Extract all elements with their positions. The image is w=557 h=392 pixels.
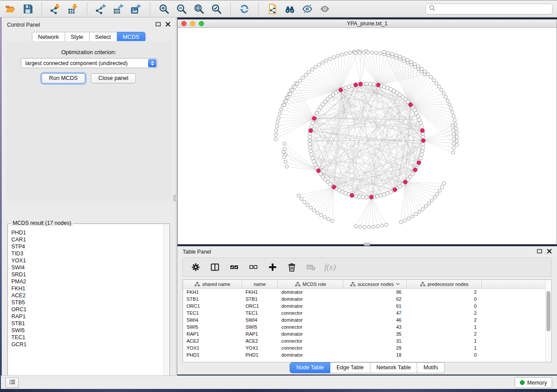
- delete-columns-icon[interactable]: [286, 261, 298, 273]
- dominator-node[interactable]: [308, 129, 312, 133]
- cell-name[interactable]: SWI4: [242, 317, 278, 323]
- task-history-button[interactable]: [5, 378, 19, 388]
- save-icon[interactable]: [22, 3, 34, 15]
- cell-predecessor-nodes[interactable]: 0: [407, 352, 482, 358]
- run-mcds-button[interactable]: Run MCDS: [42, 73, 85, 83]
- mcds-result-item[interactable]: SWI5: [8, 327, 163, 334]
- mcds-result-item[interactable]: SRD1: [8, 271, 163, 278]
- cell-shared-name[interactable]: STB1: [183, 296, 242, 302]
- cell-MCDS-role[interactable]: dominator: [278, 331, 343, 337]
- dominator-node[interactable]: [403, 180, 407, 184]
- cell-name[interactable]: STB1: [242, 296, 278, 302]
- cell-shared-name[interactable]: TEC1: [183, 310, 242, 316]
- import-network-icon[interactable]: [50, 3, 62, 15]
- export-table-icon[interactable]: [113, 3, 125, 15]
- tab-edge-table[interactable]: Edge Table: [330, 362, 370, 373]
- search-network-icon[interactable]: [284, 3, 296, 15]
- mcds-result-item[interactable]: PMA2: [8, 278, 163, 285]
- clear-table-icon[interactable]: [305, 261, 317, 273]
- table-row[interactable]: TEC1TEC1connector472: [183, 309, 545, 316]
- tab-motifs[interactable]: Motifs: [417, 362, 444, 373]
- cell-predecessor-nodes[interactable]: 2: [407, 289, 482, 295]
- cell-shared-name[interactable]: RAP1: [183, 331, 242, 337]
- network-graph[interactable]: [178, 28, 557, 244]
- mcds-result-item[interactable]: RAP1: [8, 313, 163, 320]
- tab-node-table[interactable]: Node Table: [290, 362, 330, 373]
- export-image-icon[interactable]: [130, 3, 142, 15]
- cell-shared-name[interactable]: YOX1: [183, 345, 242, 351]
- show-all-icon[interactable]: [319, 3, 331, 15]
- cell-predecessor-nodes[interactable]: 1: [407, 324, 482, 330]
- dominator-node[interactable]: [354, 83, 358, 87]
- cell-MCDS-role[interactable]: dominator: [278, 289, 343, 295]
- refresh-icon[interactable]: [239, 3, 250, 15]
- mcds-result-item[interactable]: STP4: [8, 243, 163, 250]
- column-header-shared-name[interactable]: shared name: [183, 280, 242, 288]
- cell-MCDS-role[interactable]: dominator: [278, 296, 343, 302]
- cell-name[interactable]: ACE2: [242, 338, 278, 344]
- float-window-icon[interactable]: [156, 22, 161, 27]
- import-table-icon[interactable]: [67, 3, 79, 15]
- mcds-result-item[interactable]: TEC1: [8, 334, 163, 341]
- cell-name[interactable]: SWI5: [242, 324, 278, 330]
- cell-predecessor-nodes[interactable]: 1: [407, 345, 482, 351]
- dominator-node[interactable]: [316, 168, 320, 172]
- cell-successor-nodes[interactable]: 61: [343, 303, 407, 309]
- mcds-result-item[interactable]: PHD1: [8, 229, 163, 236]
- cell-predecessor-nodes[interactable]: 2: [407, 331, 482, 337]
- table-row[interactable]: SWI5SWI5connector431: [183, 323, 545, 330]
- select-all-icon[interactable]: [228, 261, 240, 273]
- cell-name[interactable]: PHD1: [242, 352, 278, 358]
- mcds-list-scrollbar[interactable]: [163, 224, 169, 382]
- dominator-node[interactable]: [420, 129, 424, 133]
- cell-successor-nodes[interactable]: 47: [343, 310, 407, 316]
- cell-name[interactable]: TEC1: [242, 310, 278, 316]
- table-row[interactable]: ACE2ACE2connector311: [183, 337, 545, 344]
- cell-predecessor-nodes[interactable]: 2: [407, 317, 482, 323]
- memory-button[interactable]: Memory: [515, 377, 552, 388]
- create-column-icon[interactable]: [266, 261, 278, 273]
- cell-successor-nodes[interactable]: 18: [343, 352, 407, 358]
- optimization-criterion-dropdown[interactable]: largest connected component (undirected): [21, 58, 157, 68]
- tab-network-table[interactable]: Network Table: [370, 362, 418, 373]
- cell-shared-name[interactable]: PHD1: [183, 352, 242, 358]
- table-row[interactable]: FKH1FKH1dominator962: [183, 289, 545, 296]
- table-row[interactable]: PHD1PHD1dominator180: [183, 351, 545, 358]
- cell-shared-name[interactable]: SWI5: [183, 324, 242, 330]
- cell-successor-nodes[interactable]: 29: [343, 345, 407, 351]
- table-row[interactable]: STB1STB1dominator620: [183, 296, 545, 303]
- search-box[interactable]: [426, 3, 553, 14]
- mcds-result-item[interactable]: STB5: [8, 299, 163, 306]
- cell-MCDS-role[interactable]: dominator: [278, 303, 343, 309]
- mcds-result-item[interactable]: ORC1: [8, 306, 163, 313]
- dominator-node[interactable]: [370, 195, 374, 199]
- cell-predecessor-nodes[interactable]: 0: [407, 296, 482, 302]
- close-panel-button[interactable]: Close panel: [91, 73, 136, 83]
- mcds-result-item[interactable]: FKH1: [8, 285, 163, 292]
- dominator-node[interactable]: [417, 161, 421, 165]
- float-table-panel-icon[interactable]: [537, 249, 542, 254]
- cell-predecessor-nodes[interactable]: 0: [407, 303, 482, 309]
- deselect-all-icon[interactable]: [247, 261, 259, 273]
- table-row[interactable]: YOX1YOX1connector291: [183, 344, 545, 351]
- mcds-result-item[interactable]: TID3: [8, 250, 163, 257]
- cell-predecessor-nodes[interactable]: 2: [407, 310, 482, 316]
- mcds-result-item[interactable]: CAR1: [8, 236, 163, 243]
- cell-shared-name[interactable]: SWI4: [183, 317, 242, 323]
- cell-successor-nodes[interactable]: 62: [343, 296, 407, 302]
- zoom-in-icon[interactable]: [158, 3, 170, 15]
- dominator-node[interactable]: [359, 82, 363, 86]
- column-header-successor-nodes[interactable]: successor nodes: [343, 280, 407, 288]
- cell-successor-nodes[interactable]: 43: [343, 324, 407, 330]
- column-header-name[interactable]: name: [242, 280, 278, 288]
- cell-MCDS-role[interactable]: dominator: [278, 352, 343, 358]
- dominator-node[interactable]: [350, 193, 354, 197]
- cell-MCDS-role[interactable]: dominator: [278, 317, 343, 323]
- cell-predecessor-nodes[interactable]: 1: [407, 338, 482, 344]
- close-panel-icon[interactable]: [166, 22, 170, 27]
- dominator-node[interactable]: [376, 83, 380, 87]
- cell-MCDS-role[interactable]: connector: [278, 310, 343, 316]
- cell-name[interactable]: YOX1: [242, 345, 278, 351]
- dominator-node[interactable]: [408, 103, 412, 107]
- column-header-MCDS-role[interactable]: MCDS role: [278, 280, 343, 288]
